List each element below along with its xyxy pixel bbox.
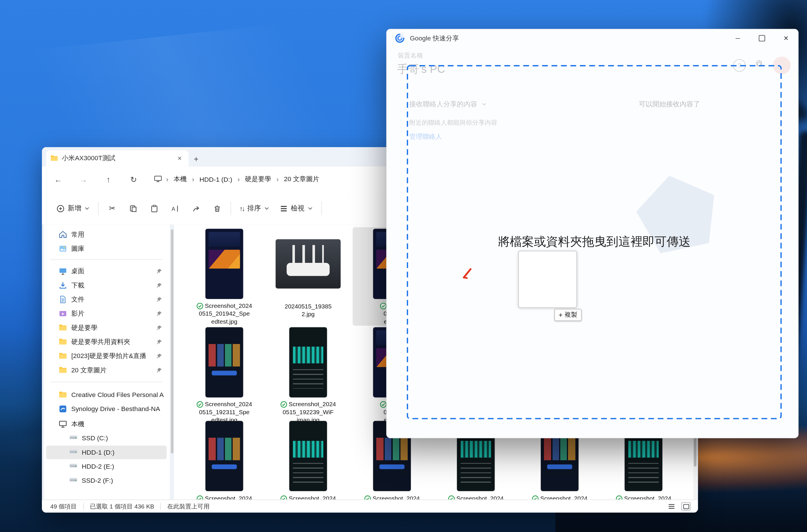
drive-icon (69, 462, 77, 471)
breadcrumb-separator: › (164, 175, 171, 183)
explorer-status-bar: 49 個項目 已選取 1 個項目 436 KB 在此裝置上可用 (42, 500, 698, 513)
chevron-down-icon (308, 206, 313, 211)
breadcrumb-item[interactable]: 本機 (171, 173, 189, 186)
sidebar-item-label: HDD-2 (E:) (82, 463, 167, 470)
sidebar-item[interactable]: 下載 (46, 279, 167, 292)
speedtest-ad-thumbnail (205, 228, 243, 299)
sidebar-item[interactable]: 20 文章圖片 (46, 363, 167, 377)
sidebar-scrollbar[interactable] (171, 227, 173, 499)
rename-icon[interactable]: A (165, 199, 186, 218)
availability-status: 在此裝置上可用 (167, 502, 209, 510)
view-icon (280, 204, 288, 212)
chevron-down-icon (84, 206, 90, 211)
quick-share-title-bar: Google 快速分享 ─ ✕ (387, 29, 798, 47)
plus-icon: + (558, 311, 563, 319)
item-count: 49 個項目 (50, 502, 77, 510)
breadcrumb-item[interactable]: 硬是要學 (243, 173, 273, 186)
close-icon[interactable]: ✕ (774, 29, 798, 47)
downloads-icon (59, 281, 67, 289)
sidebar-item-label: SSD (C:) (82, 435, 167, 442)
sidebar-item[interactable]: 硬是要學 (46, 321, 167, 335)
file-item[interactable]: Screenshot_20240515_192311_Speedtest.jpg (185, 326, 264, 424)
drag-ghost-box (518, 251, 577, 308)
sidebar-divider (50, 382, 162, 382)
quick-share-logo-icon (395, 33, 405, 43)
details-view-icon[interactable] (666, 502, 676, 511)
back-icon[interactable]: ← (49, 171, 67, 188)
minimize-icon[interactable]: ─ (726, 29, 750, 47)
file-name: Screenshot_20240515_201942_Speedtest.jpg (197, 302, 252, 326)
sort-arrows-icon: ↑↓ (240, 204, 244, 212)
quick-share-window: Google 快速分享 ─ ✕ 裝置名稱 手哥's PC 接收聯絡人分享的內容 … (386, 28, 799, 438)
sidebar-item[interactable]: Creative Cloud Files Personal A (46, 388, 167, 402)
sidebar-item-label: Synology Drive - Besthand-NA (71, 405, 166, 413)
pin-icon (156, 324, 163, 331)
file-item[interactable]: Screenshot_20240515_201942_Speedtest.jpg (185, 227, 264, 326)
synced-check-icon (380, 401, 387, 408)
sidebar-item-label: 本機 (71, 420, 166, 429)
pin-icon (156, 282, 163, 289)
paste-icon[interactable] (144, 199, 164, 218)
delete-icon[interactable] (206, 199, 227, 218)
breadcrumb-item[interactable]: HDD-1 (D:) (197, 174, 234, 185)
sort-button[interactable]: ↑↓ 排序 (234, 199, 275, 218)
sidebar-item[interactable]: SSD (C:) (46, 431, 167, 445)
disney-thumbnail (205, 327, 243, 397)
sidebar-item[interactable]: 文件 (46, 293, 167, 306)
sidebar-item[interactable]: 桌面 (46, 264, 167, 278)
share-icon[interactable] (186, 199, 206, 218)
file-item[interactable]: Screenshot_2024 (185, 419, 264, 513)
forward-icon[interactable]: → (74, 171, 92, 188)
documents-icon (59, 295, 67, 304)
sidebar-item[interactable]: 本機 (46, 417, 167, 431)
videos-icon (59, 309, 67, 318)
computer-icon[interactable] (154, 175, 162, 184)
breadcrumb-separator: › (235, 175, 242, 183)
up-icon[interactable]: ↑ (99, 171, 117, 188)
new-button[interactable]: 新增 (51, 199, 95, 218)
sidebar-item-label: HDD-1 (D:) (82, 449, 167, 456)
sidebar-item-label: Creative Cloud Files Personal A (71, 391, 166, 398)
selection-info: 已選取 1 個項目 436 KB (90, 502, 154, 510)
sidebar-item[interactable]: 硬是要學共用資料夾 (46, 335, 167, 348)
copy-icon[interactable] (123, 199, 144, 218)
gallery-icon (59, 245, 67, 253)
sidebar-item-label: 影片 (71, 309, 155, 318)
sidebar-item[interactable]: Synology Drive - Besthand-NA (46, 402, 167, 416)
computer-icon (59, 420, 67, 428)
sidebar-item[interactable]: 影片 (46, 307, 167, 320)
new-tab-button[interactable]: + (189, 153, 204, 164)
explorer-tab[interactable]: 小米AX3000T測試 ✕ (46, 150, 189, 167)
breadcrumb-items: ›本機›HDD-1 (D:)›硬是要學›20 文章圖片 (164, 173, 321, 186)
pin-icon (156, 296, 163, 303)
wifiman-thumbnail (289, 327, 327, 397)
file-item[interactable]: Screenshot_2024 (269, 419, 347, 513)
maximize-icon[interactable] (750, 29, 774, 47)
sidebar-item[interactable]: 圖庫 (46, 242, 167, 255)
drive-icon (69, 476, 77, 485)
synology-icon (59, 405, 67, 413)
sidebar-item[interactable]: HDD-2 (E:) (46, 460, 167, 473)
view-button[interactable]: 檢視 (275, 199, 318, 218)
tab-close-icon[interactable]: ✕ (175, 154, 184, 162)
file-item[interactable]: Screenshot_20240515_192239_WiFiman.jpg (269, 326, 347, 424)
sidebar-item[interactable]: HDD-1 (D:) (46, 445, 167, 459)
sidebar-item-label: 常用 (71, 230, 166, 239)
breadcrumb-item[interactable]: 20 文章圖片 (282, 173, 321, 186)
folder-icon (50, 154, 58, 163)
thumbnail-view-icon[interactable] (681, 502, 691, 511)
folder-icon (59, 366, 67, 374)
sidebar-item[interactable]: SSD-2 (F:) (46, 474, 167, 487)
sidebar-item-label: 硬是要學 (71, 323, 155, 332)
refresh-icon[interactable]: ↻ (125, 171, 143, 188)
breadcrumb-separator: › (190, 175, 197, 183)
sidebar-item[interactable]: [2023]硬是要學拍片&直播 (46, 349, 167, 363)
sidebar-item[interactable]: 常用 (46, 228, 167, 241)
pin-icon (156, 310, 163, 317)
file-item[interactable]: 20240515_193852.jpg (269, 227, 347, 326)
quick-share-title: Google 快速分享 (410, 34, 459, 43)
desktop-stage: 小米AX3000T測試 ✕ + ← → ↑ ↻ ›本機›HDD-1 (D:)›硬… (0, 0, 807, 532)
pin-icon (156, 339, 163, 345)
cut-icon[interactable]: ✂ (102, 199, 123, 218)
disney-thumbnail (205, 421, 243, 491)
